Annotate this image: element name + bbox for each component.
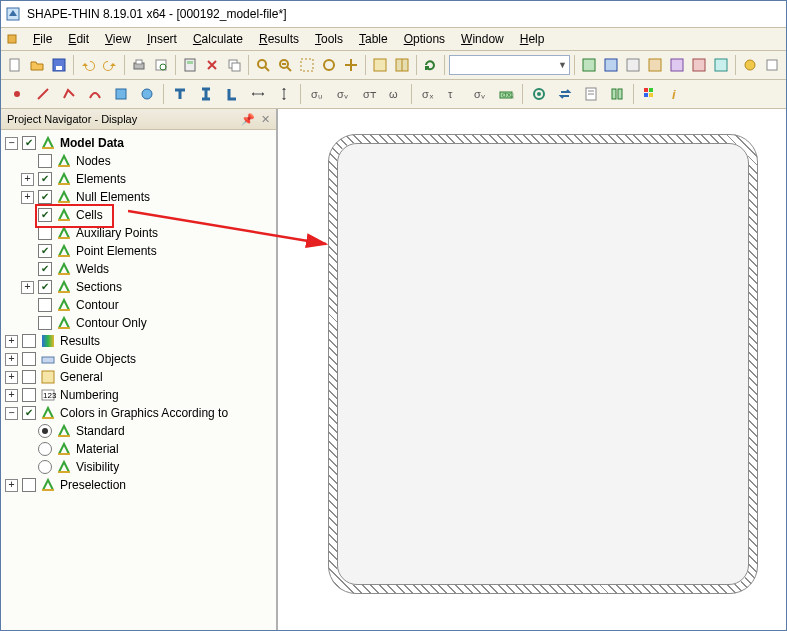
checkbox[interactable]: ✔ [38,262,52,276]
menu-tools[interactable]: Tools [307,30,351,48]
tree-guide-objects[interactable]: +Guide Objects [5,350,276,368]
checkbox[interactable]: ✔ [38,208,52,222]
checkbox[interactable] [38,316,52,330]
expander-icon[interactable]: + [5,335,18,348]
checkbox[interactable] [38,298,52,312]
script-icon[interactable] [579,82,603,106]
tb-g-icon[interactable] [711,53,731,77]
tree-standard[interactable]: Standard [21,422,276,440]
expander-icon[interactable]: − [5,137,18,150]
tree-elements[interactable]: +✔Elements [21,170,276,188]
menu-options[interactable]: Options [396,30,453,48]
checkbox[interactable] [38,154,52,168]
undo-icon[interactable] [78,53,98,77]
dim2-icon[interactable] [272,82,296,106]
navigator-tree[interactable]: −✔Model DataNodes+✔Elements+✔Null Elemen… [1,130,276,630]
tree-cells[interactable]: ✔Cells [21,206,276,224]
section-l-icon[interactable] [220,82,244,106]
checkbox[interactable] [22,370,36,384]
expander-icon[interactable]: − [5,407,18,420]
checkbox[interactable] [22,352,36,366]
tree-preselection[interactable]: +Preselection [5,476,276,494]
checkbox[interactable]: ✔ [22,406,36,420]
library-icon[interactable] [605,82,629,106]
tb-b-icon[interactable] [601,53,621,77]
pan-icon[interactable] [341,53,361,77]
zoom-in-icon[interactable] [253,53,273,77]
tree-contour-only[interactable]: Contour Only [21,314,276,332]
tb-f-icon[interactable] [689,53,709,77]
expander-icon[interactable]: + [21,191,34,204]
menu-results[interactable]: Results [251,30,307,48]
menu-edit[interactable]: Edit [60,30,97,48]
tb-d-icon[interactable] [645,53,665,77]
tree-null-elements[interactable]: +✔Null Elements [21,188,276,206]
tb-c-icon[interactable] [623,53,643,77]
radio[interactable] [38,442,52,456]
cut-icon[interactable] [202,53,222,77]
tree-numbering[interactable]: +123Numbering [5,386,276,404]
rect-icon[interactable] [109,82,133,106]
checkbox[interactable]: ✔ [38,190,52,204]
node-icon[interactable] [5,82,29,106]
menu-table[interactable]: Table [351,30,396,48]
tree-general[interactable]: +General [5,368,276,386]
tb-h-icon[interactable] [740,53,760,77]
pin-icon[interactable]: 📌 [241,113,255,126]
section-t-icon[interactable] [168,82,192,106]
new-icon[interactable] [5,53,25,77]
poly-icon[interactable] [57,82,81,106]
checkbox[interactable] [22,478,36,492]
checkbox[interactable]: ✔ [38,244,52,258]
save-icon[interactable] [49,53,69,77]
tb-e-icon[interactable] [667,53,687,77]
zoom-out-icon[interactable] [275,53,295,77]
expander-icon[interactable]: + [5,353,18,366]
redo-icon[interactable] [100,53,120,77]
model-canvas[interactable] [278,109,786,630]
view2-icon[interactable] [392,53,412,77]
checkbox[interactable] [38,226,52,240]
checkbox[interactable] [22,334,36,348]
sigma2-icon[interactable]: σₓ [416,82,440,106]
tree-results[interactable]: +Results [5,332,276,350]
menu-window[interactable]: Window [453,30,512,48]
checkbox[interactable]: ✔ [38,280,52,294]
tree-visibility[interactable]: Visibility [21,458,276,476]
refresh-icon[interactable] [420,53,440,77]
zoom-window-icon[interactable] [297,53,317,77]
sigma4-icon[interactable]: σx,pl [494,82,518,106]
menu-insert[interactable]: Insert [139,30,185,48]
palette-icon[interactable] [638,82,662,106]
tree-welds[interactable]: ✔Welds [21,260,276,278]
selection-combo[interactable]: ▼ [449,55,570,75]
expander-icon[interactable]: + [5,389,18,402]
arc-icon[interactable] [83,82,107,106]
line-icon[interactable] [31,82,55,106]
tree-contour[interactable]: Contour [21,296,276,314]
expander-icon[interactable]: + [5,479,18,492]
radio[interactable] [38,424,52,438]
settings-icon[interactable] [527,82,551,106]
expander-icon[interactable]: + [21,281,34,294]
open-icon[interactable] [27,53,47,77]
expander-icon[interactable]: + [21,173,34,186]
sigma3-icon[interactable]: σᵥ [468,82,492,106]
menu-help[interactable]: Help [512,30,553,48]
menu-calculate[interactable]: Calculate [185,30,251,48]
sigma-v-icon[interactable]: σᵥ [331,82,355,106]
sigma-u-icon[interactable]: σᵤ [305,82,329,106]
circle-icon[interactable] [135,82,159,106]
help-icon[interactable]: i [664,82,688,106]
checkbox[interactable]: ✔ [38,172,52,186]
menu-view[interactable]: View [97,30,139,48]
exchange-icon[interactable] [553,82,577,106]
sigma-t-icon[interactable]: σᴛ [357,82,381,106]
tau-icon[interactable]: τ [442,82,466,106]
tree-material[interactable]: Material [21,440,276,458]
tb-i-icon[interactable] [762,53,782,77]
view1-icon[interactable] [370,53,390,77]
tree-aux-points[interactable]: Auxiliary Points [21,224,276,242]
tb-a-icon[interactable] [579,53,599,77]
copy-icon[interactable] [224,53,244,77]
